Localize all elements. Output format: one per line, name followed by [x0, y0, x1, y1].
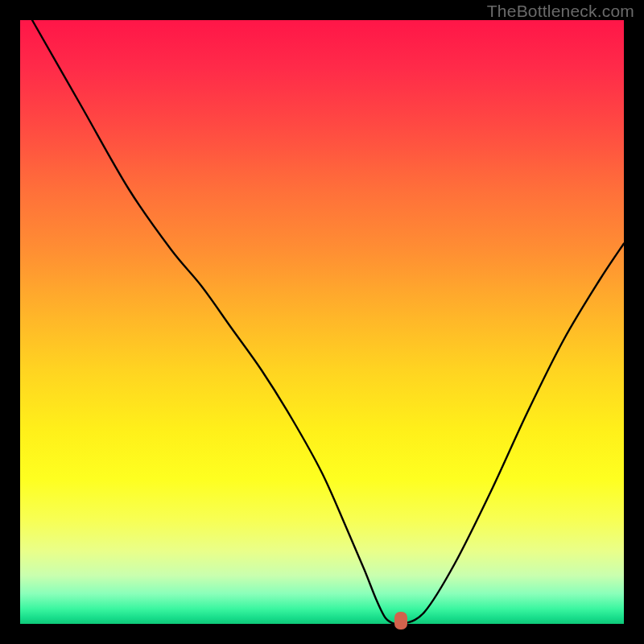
- watermark-text: TheBottleneck.com: [487, 2, 634, 21]
- optimum-marker: [394, 612, 407, 630]
- chart-plot-area: [20, 20, 624, 624]
- bottleneck-curve: [20, 20, 624, 624]
